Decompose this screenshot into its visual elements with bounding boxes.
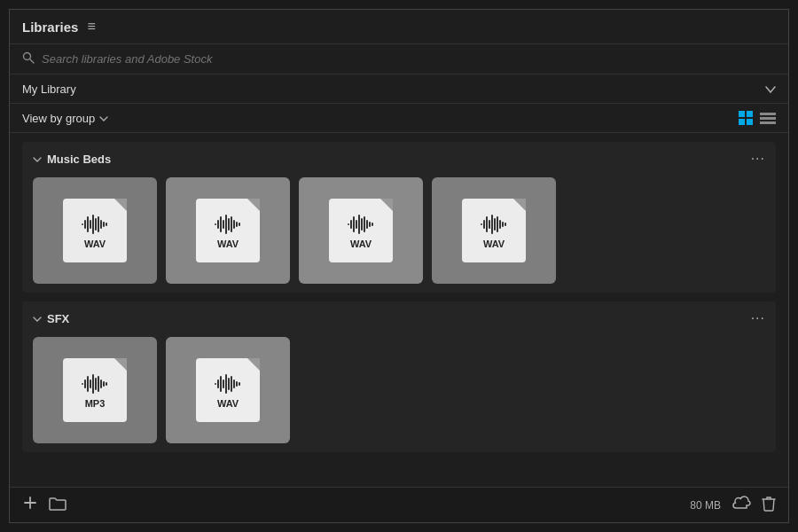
file-icon-wav-2: WAV — [196, 199, 260, 262]
trash-button[interactable] — [762, 496, 776, 515]
music-beds-file-grid: WAV — [33, 177, 765, 284]
panel-header: Libraries ≡ — [10, 10, 788, 44]
group-more-button[interactable]: ··· — [751, 151, 765, 167]
view-chevron-icon — [99, 113, 108, 123]
group-header-music-beds: Music Beds ··· — [33, 151, 765, 167]
toolbar: View by group — [10, 104, 788, 133]
search-input[interactable] — [42, 52, 776, 66]
menu-icon[interactable]: ≡ — [87, 19, 95, 35]
bottom-right-actions: 80 MB — [690, 496, 776, 515]
file-icon-mp3-1: MP3 — [63, 358, 127, 422]
sfx-group-name-label: SFX — [47, 312, 69, 325]
file-format-label: WAV — [350, 239, 372, 249]
panel-title: Libraries — [22, 20, 78, 35]
content-area: Music Beds ··· — [10, 133, 788, 487]
file-format-label: WAV — [483, 239, 505, 249]
group-chevron-icon — [33, 153, 42, 164]
bottom-left-actions — [22, 495, 66, 515]
svg-line-1 — [30, 59, 34, 63]
list-item[interactable]: WAV — [33, 177, 157, 284]
libraries-panel: Libraries ≡ My Library View by group — [9, 9, 789, 523]
view-by-group-button[interactable]: View by group — [22, 112, 108, 125]
file-format-label: WAV — [217, 398, 239, 409]
file-format-label: WAV — [217, 239, 239, 249]
file-icon-wav-1: WAV — [63, 199, 127, 262]
file-icon-wav-3: WAV — [329, 199, 393, 262]
view-by-group-label: View by group — [22, 112, 95, 125]
view-icons-group — [739, 111, 776, 125]
list-item[interactable]: MP3 — [33, 337, 157, 443]
list-view-icon[interactable] — [760, 113, 776, 124]
file-format-label: WAV — [84, 239, 106, 249]
bottom-bar: 80 MB — [10, 487, 788, 522]
sfx-file-grid: MP3 — [33, 337, 765, 443]
file-icon-wav-4: WAV — [462, 199, 526, 262]
group-section-sfx: SFX ··· — [22, 301, 776, 452]
svg-point-0 — [24, 53, 31, 60]
storage-size-label: 80 MB — [690, 499, 721, 512]
add-button[interactable] — [22, 495, 38, 515]
cloud-sync-button[interactable] — [732, 496, 751, 514]
library-name-label: My Library — [22, 82, 76, 96]
list-item[interactable]: WAV — [166, 337, 290, 443]
list-item[interactable]: WAV — [166, 177, 290, 284]
group-header-sfx: SFX ··· — [33, 310, 765, 326]
group-collapse-button[interactable]: Music Beds — [33, 153, 111, 166]
sfx-group-collapse-button[interactable]: SFX — [33, 312, 69, 325]
search-icon — [22, 51, 35, 66]
list-item[interactable]: WAV — [299, 177, 423, 284]
file-format-label: MP3 — [85, 398, 106, 409]
group-name-label: Music Beds — [47, 153, 111, 166]
group-section-music-beds: Music Beds ··· — [22, 142, 776, 293]
sfx-group-more-button[interactable]: ··· — [751, 310, 765, 326]
library-selector[interactable]: My Library — [10, 74, 788, 104]
library-chevron-icon — [765, 82, 776, 96]
folder-button[interactable] — [49, 497, 66, 514]
grid-view-icon[interactable] — [739, 111, 753, 125]
sfx-group-chevron-icon — [33, 313, 42, 324]
search-bar — [10, 44, 788, 74]
list-item[interactable]: WAV — [432, 177, 556, 284]
file-icon-wav-sfx: WAV — [196, 358, 260, 422]
